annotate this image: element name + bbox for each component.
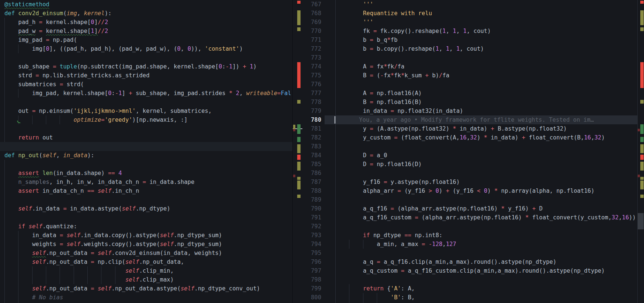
code-line[interactable]: sub_shape = tuple(np.subtract(img_pad.sh… bbox=[4, 62, 256, 71]
code-line[interactable]: self.clip_max) bbox=[4, 275, 174, 284]
token: np.float32(in_data) bbox=[394, 108, 463, 114]
code-line[interactable]: a_q_f16_custom = (alpha_arr.astype(np.fl… bbox=[335, 213, 636, 222]
code-line[interactable]: @staticmethod bbox=[4, 0, 49, 9]
token: sub_shape, img_pad.strides bbox=[132, 90, 229, 97]
token: + bbox=[446, 188, 449, 194]
code-line[interactable]: out = np.einsum('ijkl,ijkmno->mnl', kern… bbox=[4, 107, 212, 115]
code-line[interactable]: self.np_out_data = self.np_out_data.asty… bbox=[4, 284, 260, 293]
code-line[interactable]: pad_h = kernel.shape[0]//2 bbox=[4, 18, 108, 27]
token: pad_h bbox=[4, 19, 39, 26]
token bbox=[432, 188, 435, 194]
overview-ruler-mark bbox=[297, 1, 301, 4]
token: 'constant' bbox=[205, 46, 239, 52]
token: 1 bbox=[442, 28, 446, 34]
code-line[interactable]: strd = np.lib.stride_tricks.as_strided bbox=[4, 71, 150, 80]
code-line[interactable]: n_samples, in_h, in_w, in_data_ch_n = in… bbox=[4, 178, 194, 186]
code-line[interactable]: ''' bbox=[335, 18, 373, 27]
token: ) bbox=[487, 188, 494, 194]
code-line[interactable]: return {'A': A, bbox=[335, 284, 415, 293]
token: , bbox=[56, 152, 63, 159]
code-line[interactable]: b = b_q*fb bbox=[335, 36, 398, 44]
code-line[interactable]: weights = self.weights.copy().astype(sel… bbox=[4, 240, 222, 249]
code-line[interactable]: def conv2d_einsum(img, kernel): bbox=[4, 9, 111, 18]
code-line[interactable]: return out bbox=[4, 133, 53, 142]
token: tuple bbox=[60, 63, 77, 70]
code-line[interactable]: self.clip_min, bbox=[4, 266, 174, 275]
token: 1 bbox=[453, 28, 456, 34]
code-line[interactable]: alpha_arr = (y_f16 > 0) + (y_f16 < 0) * … bbox=[335, 186, 594, 195]
code-area-left[interactable]: @staticmethoddef conv2d_einsum(img, kern… bbox=[4, 0, 292, 303]
token: self bbox=[28, 223, 42, 230]
code-line[interactable]: assert in_data_ch_n == self.in_ch_n bbox=[4, 186, 139, 195]
token: a_q_f16.clip(a_min,a_max).round().astype… bbox=[380, 259, 556, 265]
code-line[interactable]: submatrices = strd( bbox=[4, 80, 84, 89]
code-line[interactable]: img_pad, kernel.shape[0:-1] + sub_shape,… bbox=[4, 89, 291, 98]
code-line[interactable]: y_custom = (float_convert(A,16,32) * in_… bbox=[335, 133, 605, 142]
code-line[interactable]: img_pad = np.pad( bbox=[4, 36, 77, 44]
code-line[interactable]: 'B': B, bbox=[335, 293, 415, 302]
token: k_sum bbox=[405, 72, 425, 79]
code-line[interactable]: D = a_0 bbox=[335, 151, 387, 160]
code-line[interactable]: a_q_custom = a_q_f16_custom.clip(a_min,a… bbox=[335, 266, 605, 275]
overview-ruler-mark bbox=[640, 124, 644, 134]
code-line[interactable]: in_data = self.in_data.copy().astype(sel… bbox=[4, 231, 222, 240]
token: , bbox=[449, 46, 456, 52]
token: = bbox=[422, 241, 425, 248]
code-line[interactable]: img[0], ((pad_h, pad_h), (pad_w, pad_w),… bbox=[4, 44, 243, 53]
editor-pane-left[interactable]: @staticmethoddef conv2d_einsum(img, kern… bbox=[0, 0, 292, 303]
token: D bbox=[536, 205, 543, 212]
code-line[interactable]: pad_w = kernel.shape[1]//2 bbox=[4, 27, 108, 36]
code-line[interactable]: self.np_out_data = self.conv2d_einsum(in… bbox=[4, 249, 222, 257]
code-line[interactable]: optimize='greedy')[np.newaxis, :] bbox=[4, 115, 188, 124]
code-line[interactable]: ''' bbox=[335, 0, 373, 9]
token: writeable bbox=[246, 90, 277, 97]
code-line[interactable]: fk = fk.copy().reshape(1, 1, 1, cout) bbox=[335, 27, 491, 36]
token: = bbox=[91, 285, 94, 292]
code-line[interactable]: y = (A.astype(np.float32) * in_data) + B… bbox=[335, 124, 567, 133]
code-line[interactable]: assert len(in_data.shape) == 4 bbox=[4, 169, 122, 178]
token: self bbox=[98, 250, 111, 256]
token: fk bbox=[387, 63, 394, 70]
code-line[interactable]: a_q = a_q_f16.clip(a_min,a_max).round().… bbox=[335, 257, 556, 266]
token: ) bbox=[239, 46, 243, 52]
code-line[interactable]: b = b.copy().reshape(1, 1, 1, cout) bbox=[335, 44, 484, 53]
token: = bbox=[277, 90, 281, 97]
code-line[interactable]: if self.quantize: bbox=[4, 222, 77, 231]
token: 1 bbox=[446, 46, 449, 52]
token bbox=[335, 285, 363, 292]
code-line[interactable]: B = np.float16(B) bbox=[335, 98, 422, 107]
code-line[interactable]: # No bias bbox=[4, 293, 63, 302]
overview-ruler-mark bbox=[297, 195, 301, 198]
code-line[interactable]: a_min, a_max = -128,127 bbox=[335, 240, 456, 249]
token: self bbox=[98, 285, 111, 292]
code-line[interactable]: A = np.float16(A) bbox=[335, 89, 422, 98]
token: strd( bbox=[63, 81, 84, 88]
code-line[interactable]: A = fx*fk/fa bbox=[335, 62, 405, 71]
token bbox=[232, 90, 236, 97]
code-line[interactable]: D = np.float16(D) bbox=[335, 160, 422, 169]
code-line[interactable]: Requantize with relu bbox=[335, 9, 432, 18]
code-line[interactable]: y_f16 = y.astype(np.float16) bbox=[335, 178, 460, 186]
code-line[interactable]: self.in_data = in_data.astype(self.np_dt… bbox=[4, 204, 170, 213]
code-line[interactable]: def np_out(self, in_data): bbox=[4, 151, 94, 160]
code-line[interactable]: in_data = np.float32(in_data) bbox=[335, 107, 463, 115]
token: : A, bbox=[401, 285, 415, 292]
token: np.pad( bbox=[49, 37, 77, 43]
overview-ruler-right-editor[interactable] bbox=[637, 0, 644, 303]
code-line[interactable]: if np_dtype == np.int8: bbox=[335, 231, 442, 240]
token: out bbox=[4, 108, 32, 114]
code-line[interactable]: B = (-fx*fk*k_sum + b)/fa bbox=[335, 71, 449, 80]
code-area-right[interactable]: ''' Requantize with relu ''' fk = fk.cop… bbox=[335, 0, 644, 303]
token: = bbox=[370, 37, 373, 43]
token: Fal bbox=[281, 90, 291, 97]
code-line[interactable]: self.np_out_data = np.clip(self.np_out_d… bbox=[4, 257, 184, 266]
token: .in_data.copy().astype( bbox=[80, 232, 160, 239]
token: .np_out_data, bbox=[139, 259, 184, 265]
overview-ruler-left-editor[interactable] bbox=[293, 0, 302, 303]
token: * bbox=[494, 188, 497, 194]
token: )[np.newaxis, :] bbox=[132, 117, 187, 123]
code-line[interactable]: a_q_f16 = (alpha_arr.astype(np.float16) … bbox=[335, 204, 543, 213]
token: , bbox=[467, 134, 470, 141]
vertical-scrollbar-thumb[interactable] bbox=[638, 213, 644, 229]
token: np_dtype bbox=[370, 232, 404, 239]
